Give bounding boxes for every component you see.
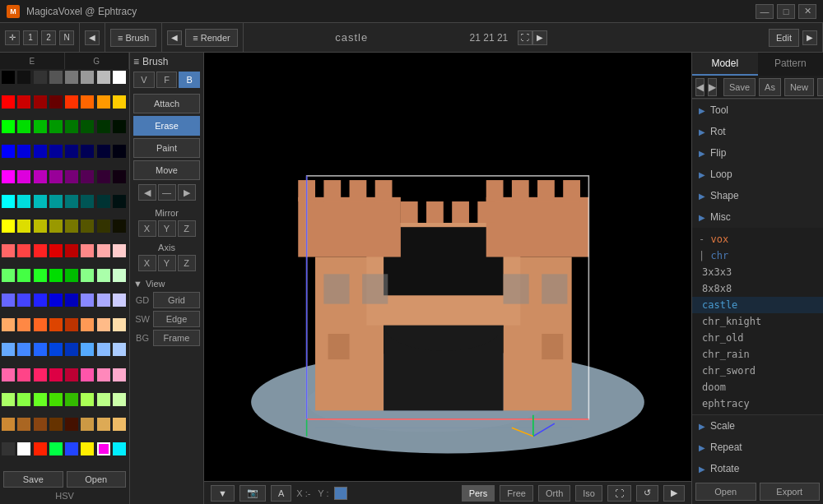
color-cell-57[interactable] [17,244,30,257]
color-cell-102[interactable] [97,368,110,381]
color-cell-82[interactable] [34,318,47,331]
color-cell-73[interactable] [17,294,30,307]
canvas-area[interactable]: ▼ 📷 A X :- Y : Pers Free Orth Iso ⛶ ↺ ▶ [204,53,691,504]
color-cell-41[interactable] [17,195,30,208]
color-cell-13[interactable] [81,95,94,109]
color-cell-23[interactable] [113,120,126,133]
color-cell-70[interactable] [97,269,110,282]
color-cell-108[interactable] [65,393,78,406]
prev-button[interactable]: ◀ [85,30,100,45]
color-cell-119[interactable] [113,418,126,431]
color-cell-69[interactable] [81,269,94,282]
color-cell-77[interactable] [81,294,94,307]
color-cell-0[interactable] [2,71,15,84]
color-cell-50[interactable] [34,220,47,233]
axis-z[interactable]: Z [178,255,196,271]
play-btn[interactable]: ▶ [663,485,685,502]
maximize-button[interactable]: □ [777,4,795,19]
color-cell-39[interactable] [113,170,126,183]
toolbar-n-btn[interactable]: N [59,30,74,45]
brush-size-value[interactable]: — [158,184,176,201]
color-cell-31[interactable] [113,145,126,158]
color-cell-78[interactable] [97,294,110,307]
color-cell-27[interactable] [49,145,63,158]
repeat-row[interactable]: ▶ Repeat [692,437,823,458]
model-castle[interactable]: castle [692,297,823,313]
color-cell-94[interactable] [97,343,110,356]
color-cell-3[interactable] [49,71,63,84]
undo-button[interactable]: ◀ [695,78,704,96]
color-cell-125[interactable] [81,442,94,455]
rotate-row[interactable]: ▶ Rotate [692,458,823,479]
palette-open-button[interactable]: Open [67,471,127,488]
color-cell-11[interactable] [49,95,63,109]
model-3x3x3[interactable]: 3x3x3 [692,264,823,280]
color-cell-18[interactable] [34,120,47,133]
color-cell-80[interactable] [2,318,15,331]
brush-tab-v[interactable]: V [133,72,155,88]
color-cell-46[interactable] [97,195,110,208]
open-button[interactable]: Open [695,483,756,501]
pattern-tab[interactable]: Pattern [758,53,824,76]
export-button[interactable]: Export [760,483,821,501]
color-cell-111[interactable] [113,393,126,406]
color-cell-51[interactable] [49,220,63,233]
palette-save-button[interactable]: Save [3,471,63,488]
color-cell-84[interactable] [65,318,78,331]
color-cell-71[interactable] [113,269,126,282]
color-cell-83[interactable] [49,318,63,331]
color-cell-85[interactable] [81,318,94,331]
color-cell-10[interactable] [34,95,47,109]
model-ephtracy[interactable]: ephtracy [692,395,823,412]
color-cell-7[interactable] [113,71,126,84]
color-cell-115[interactable] [49,418,63,431]
color-cell-40[interactable] [2,195,15,208]
color-cell-114[interactable] [34,418,47,431]
color-cell-127[interactable] [113,442,126,455]
color-cell-15[interactable] [113,95,126,109]
shape-row[interactable]: ▶ Shape [692,185,823,206]
color-cell-29[interactable] [81,145,94,158]
mirror-z[interactable]: Z [178,220,196,237]
color-cell-116[interactable] [65,418,78,431]
expand-icon[interactable]: ⛶ [518,30,532,45]
model-doom[interactable]: doom [692,379,823,395]
e-tab[interactable]: E [0,53,65,69]
color-cell-9[interactable] [17,95,30,109]
color-cell-86[interactable] [97,318,110,331]
move-button[interactable]: Move [133,160,200,180]
reset-btn[interactable]: ↺ [636,485,658,502]
down-arrow-btn[interactable]: ▼ [211,485,235,502]
close-button[interactable]: ✕ [798,4,816,19]
color-cell-65[interactable] [17,269,30,282]
color-cell-124[interactable] [65,442,78,455]
color-cell-43[interactable] [49,195,63,208]
g-tab[interactable]: G [65,53,130,69]
color-cell-20[interactable] [65,120,78,133]
color-cell-64[interactable] [2,269,15,282]
color-cell-109[interactable] [81,393,94,406]
color-cell-76[interactable] [65,294,78,307]
expand-btn[interactable]: ⛶ [607,485,631,502]
color-cell-72[interactable] [2,294,15,307]
color-cell-2[interactable] [34,71,47,84]
brush-tab-b[interactable]: B [179,72,200,88]
color-cell-56[interactable] [2,244,15,257]
color-cell-60[interactable] [65,244,78,257]
color-cell-6[interactable] [97,71,110,84]
color-cell-99[interactable] [49,368,63,381]
model-8x8x8[interactable]: 8x8x8 [692,280,823,297]
color-cell-92[interactable] [65,343,78,356]
rot-row[interactable]: ▶ Rot [692,121,823,142]
color-cell-62[interactable] [97,244,110,257]
color-cell-58[interactable] [34,244,47,257]
color-cell-105[interactable] [17,393,30,406]
color-cell-33[interactable] [17,170,30,183]
color-cell-100[interactable] [65,368,78,381]
model-chr-sword[interactable]: chr_sword [692,363,823,379]
color-cell-5[interactable] [81,71,94,84]
color-cell-32[interactable] [2,170,15,183]
color-cell-117[interactable] [81,418,94,431]
free-mode-btn[interactable]: Free [500,485,533,502]
color-cell-14[interactable] [97,95,110,109]
